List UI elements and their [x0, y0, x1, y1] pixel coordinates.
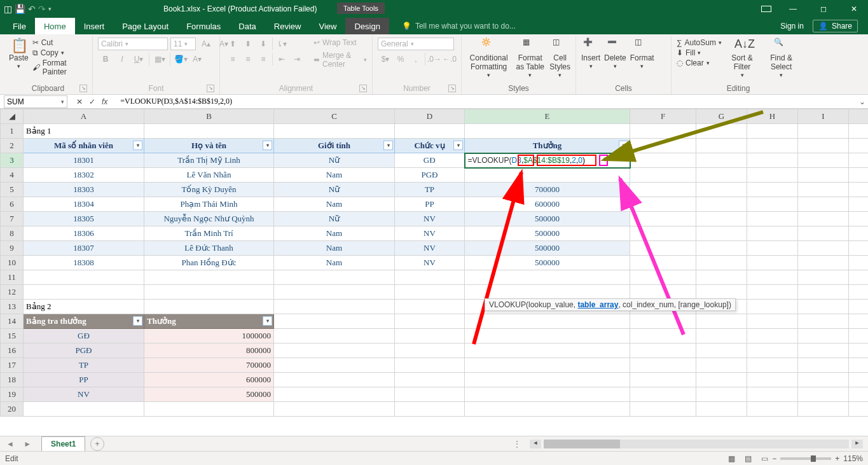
- cell[interactable]: 18304: [24, 197, 144, 212]
- cell[interactable]: [798, 373, 849, 387]
- cell[interactable]: [849, 124, 869, 139]
- cell[interactable]: [144, 300, 274, 314]
- share-button[interactable]: 👤 Share: [813, 20, 858, 32]
- copy-button[interactable]: ⧉Copy ▾: [32, 48, 87, 58]
- cell[interactable]: [630, 270, 696, 285]
- cell[interactable]: [465, 314, 630, 329]
- cell[interactable]: 500000: [465, 241, 630, 256]
- cell[interactable]: [798, 387, 849, 402]
- tab-home[interactable]: Home: [35, 18, 75, 34]
- tab-view[interactable]: View: [310, 18, 345, 34]
- cell[interactable]: [696, 124, 747, 139]
- cell[interactable]: [747, 344, 798, 358]
- cell[interactable]: [696, 344, 747, 358]
- cell[interactable]: [696, 358, 747, 373]
- col-hdr-E[interactable]: E: [465, 109, 630, 124]
- accounting-icon[interactable]: $▾: [378, 53, 393, 66]
- scroll-left-icon[interactable]: ◄: [530, 440, 541, 448]
- cell[interactable]: [274, 124, 395, 139]
- cell[interactable]: [274, 285, 395, 300]
- col-hdr-A[interactable]: A: [24, 109, 144, 124]
- cell[interactable]: [798, 270, 849, 285]
- tab-data[interactable]: Data: [230, 18, 265, 34]
- cell[interactable]: 500000: [465, 256, 630, 270]
- tab-insert[interactable]: Insert: [75, 18, 114, 34]
- cell[interactable]: [747, 285, 798, 300]
- cell[interactable]: Nam: [274, 168, 395, 183]
- autosum-button[interactable]: ∑AutoSum ▾: [677, 38, 722, 48]
- col-hdr-C[interactable]: C: [274, 109, 395, 124]
- cell[interactable]: [696, 183, 747, 197]
- cell[interactable]: [696, 226, 747, 241]
- cell[interactable]: [747, 139, 798, 153]
- border-button[interactable]: ▦▾: [152, 53, 167, 66]
- cell[interactable]: 600000: [144, 373, 274, 387]
- undo-icon[interactable]: ↶: [28, 4, 36, 14]
- cell[interactable]: TP: [24, 358, 144, 373]
- decrease-indent-icon[interactable]: ⇤: [274, 53, 289, 66]
- cell[interactable]: [274, 270, 395, 285]
- cell[interactable]: [798, 241, 849, 256]
- cell[interactable]: 18302: [24, 168, 144, 183]
- align-center-icon[interactable]: ≡: [240, 53, 256, 66]
- cell[interactable]: [849, 153, 869, 168]
- cell[interactable]: [630, 387, 696, 402]
- merge-center-button[interactable]: ⬌Merge & Center ▾: [313, 50, 367, 69]
- cell[interactable]: [144, 285, 274, 300]
- cell[interactable]: [395, 124, 465, 139]
- cell[interactable]: [696, 387, 747, 402]
- cell[interactable]: [798, 212, 849, 226]
- row-hdr-18[interactable]: 18: [1, 373, 24, 387]
- add-sheet-button[interactable]: ＋: [90, 437, 104, 451]
- col-hdr-J[interactable]: J: [849, 109, 869, 124]
- font-name-combo[interactable]: Calibri▾: [98, 38, 168, 50]
- cell[interactable]: [849, 241, 869, 256]
- cell[interactable]: PGĐ: [24, 344, 144, 358]
- cell[interactable]: [798, 344, 849, 358]
- cell[interactable]: [274, 314, 395, 329]
- cell[interactable]: [630, 124, 696, 139]
- row-hdr-14[interactable]: 14: [1, 314, 24, 329]
- cell[interactable]: [630, 344, 696, 358]
- cell[interactable]: [395, 300, 465, 314]
- cell[interactable]: 700000: [465, 183, 630, 197]
- cell[interactable]: [747, 373, 798, 387]
- tab-formulas[interactable]: Formulas: [177, 18, 230, 34]
- cell[interactable]: [395, 387, 465, 402]
- bold-button[interactable]: B: [98, 53, 113, 66]
- cell[interactable]: [630, 168, 696, 183]
- fill-color-button[interactable]: 🪣▾: [173, 53, 188, 66]
- cell[interactable]: 800000: [144, 344, 274, 358]
- cell[interactable]: [747, 226, 798, 241]
- cell[interactable]: [849, 270, 869, 285]
- cell[interactable]: [849, 300, 869, 314]
- filter-icon[interactable]: ▾: [133, 141, 142, 150]
- cell[interactable]: [630, 241, 696, 256]
- cell[interactable]: 18308: [24, 256, 144, 270]
- cell[interactable]: [747, 168, 798, 183]
- cell[interactable]: [696, 373, 747, 387]
- normal-view-icon[interactable]: ▦: [724, 454, 739, 463]
- cell[interactable]: Bảng 1: [24, 124, 144, 139]
- increase-indent-icon[interactable]: ⇥: [289, 53, 305, 66]
- cell[interactable]: [747, 153, 798, 168]
- cell[interactable]: Tống Kỳ Duyên: [144, 183, 274, 197]
- cell[interactable]: [465, 329, 630, 344]
- cell[interactable]: [849, 168, 869, 183]
- cell[interactable]: [747, 300, 798, 314]
- close-button[interactable]: ✕: [840, 0, 868, 18]
- comma-icon[interactable]: ,: [408, 53, 424, 66]
- cell[interactable]: [696, 329, 747, 344]
- col-headers[interactable]: ◢ A B C D E F G H I J: [1, 109, 869, 124]
- cell[interactable]: 500000: [144, 387, 274, 402]
- formula-input[interactable]: =VLOOKUP(D3,$A$14:$B$19,2,0): [116, 97, 857, 106]
- alignment-launcher[interactable]: ↘: [359, 85, 367, 92]
- cell[interactable]: [747, 256, 798, 270]
- number-format-combo[interactable]: General▾: [378, 38, 454, 50]
- col-hdr-H[interactable]: H: [747, 109, 798, 124]
- cell[interactable]: [849, 139, 869, 153]
- cell[interactable]: [798, 314, 849, 329]
- cell[interactable]: NV: [395, 256, 465, 270]
- zoom-control[interactable]: − + 115%: [772, 454, 863, 463]
- table1-header[interactable]: Thưởng▾: [465, 139, 630, 153]
